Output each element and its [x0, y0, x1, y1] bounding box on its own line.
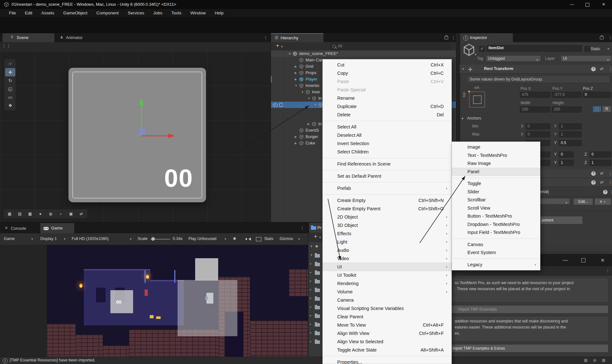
scene-viewport[interactable]: 00 ☞✛↻◱▭❖ ▦▤▩●◍⌕▣⇄: [0, 51, 271, 222]
menu-item-button-textmeshpro[interactable]: Button - TextMeshPro: [452, 212, 540, 221]
cubes-icon[interactable]: ▣: [66, 210, 76, 217]
presets-icon[interactable]: ⇄: [600, 171, 603, 175]
anchors-foldout-icon[interactable]: ▼: [461, 117, 464, 120]
debug-icon[interactable]: ✱: [233, 236, 236, 241]
menu-item-2d-object[interactable]: 2D Object›: [323, 213, 451, 221]
foldout-closed-icon[interactable]: ▸: [310, 279, 312, 283]
presets-icon[interactable]: ⇄: [600, 180, 603, 184]
anchor-preset-widget[interactable]: [469, 91, 485, 107]
hierarchy-search-input[interactable]: All: [330, 43, 451, 50]
menu-item-image[interactable]: Image: [452, 143, 540, 151]
menu-item-create-empty-parent[interactable]: Create Empty ParentCtrl+Shift+G: [323, 205, 451, 213]
foldout-open-icon[interactable]: ▼: [310, 253, 313, 257]
menu-item-input-field-textmeshpro[interactable]: Input Field - TextMeshPro: [452, 228, 540, 237]
foldout-open-icon[interactable]: ▼: [307, 95, 310, 102]
static-checkbox[interactable]: [584, 46, 590, 52]
foldout-closed-icon[interactable]: ▶: [295, 63, 297, 70]
rotation-y-field[interactable]: 0: [559, 151, 574, 158]
tab-animator[interactable]: ⋔ Animator: [58, 33, 99, 42]
gizmos-dropdown[interactable]: Gizmos: [280, 236, 293, 241]
menubar-jobs[interactable]: Jobs: [149, 9, 167, 17]
transform-tool[interactable]: ❖: [5, 101, 15, 110]
menu-item-rendering[interactable]: Rendering›: [323, 279, 451, 288]
tab-project[interactable]: Pr: [309, 223, 324, 233]
menu-item-event-system[interactable]: Event System: [452, 249, 540, 257]
hand-tool[interactable]: ☞: [5, 60, 15, 68]
menubar-component[interactable]: Component: [92, 9, 123, 17]
name-field[interactable]: ItemSlot: [487, 45, 582, 52]
move-tool[interactable]: ✛: [5, 68, 15, 76]
drag-handle-icon[interactable]: ⋮⋮: [2, 43, 11, 48]
help-icon[interactable]: ?: [591, 180, 596, 185]
menubar-file[interactable]: File: [4, 9, 20, 17]
foldout-open-icon[interactable]: ▼: [310, 245, 313, 248]
scene-panel-menu-icon[interactable]: ⋮: [264, 35, 268, 40]
blueprint-mode-button[interactable]: ⬚: [592, 106, 601, 112]
status-tray-icon[interactable]: [584, 359, 587, 362]
menu-item-text-textmeshpro[interactable]: Text - TextMeshPro: [452, 151, 540, 160]
menu-item-raw-image[interactable]: Raw Image: [452, 159, 540, 168]
tab-inspector[interactable]: i Inspector: [460, 33, 513, 42]
rotate-tool[interactable]: ↻: [5, 76, 15, 85]
menu-item-duplicate[interactable]: DuplicateCtrl+D: [323, 102, 451, 111]
menu-item-deselect-all[interactable]: Deselect All: [323, 131, 451, 139]
close-button[interactable]: ✕: [595, 0, 612, 9]
menu-item-align-with-view[interactable]: Align With ViewCtrl+Shift+F: [323, 329, 451, 337]
hierarchy-panel-menu-icon[interactable]: ⋮: [451, 35, 456, 40]
menu-item-ui-toolkit[interactable]: UI Toolkit›: [323, 271, 451, 279]
menu-item-audio[interactable]: Audio›: [323, 246, 451, 254]
component-menu-icon[interactable]: ⋮: [608, 171, 612, 176]
menu-item-set-as-default-parent[interactable]: Set as Default Parent: [323, 172, 451, 180]
foldout-closed-icon[interactable]: ▶: [307, 121, 310, 127]
create-object-button[interactable]: +: [276, 43, 279, 49]
status-tray-icon[interactable]: [593, 359, 596, 362]
rotation-z-field[interactable]: 0: [590, 151, 611, 158]
menu-item-legacy[interactable]: Legacy›: [452, 261, 540, 269]
game-target-dropdown[interactable]: Game: [4, 236, 15, 241]
foldout-closed-icon[interactable]: ▸: [310, 322, 312, 326]
foldout-closed-icon[interactable]: ▸: [310, 331, 312, 334]
menu-item-delete[interactable]: DeleteDel: [323, 111, 451, 119]
tab-console[interactable]: ≡ Console: [2, 223, 34, 234]
foldout-closed-icon[interactable]: ▸: [310, 288, 312, 291]
dialog-maximize-icon[interactable]: [581, 258, 585, 262]
display-dropdown[interactable]: Display 1: [40, 236, 57, 241]
component-menu-icon[interactable]: ⋮: [608, 66, 612, 71]
foldout-closed-icon[interactable]: ▶: [295, 70, 297, 76]
menu-item-move-to-view[interactable]: Move To ViewCtrl+Alt+F: [323, 321, 451, 329]
inspector-panel-menu-icon[interactable]: ⋮: [608, 35, 612, 40]
menu-item-dropdown-textmeshpro[interactable]: Dropdown - TextMeshPro: [452, 221, 540, 229]
hierarchy-row-demo-scene-free[interactable]: ▼demo_scene_FREE*: [271, 50, 456, 57]
pick-icon[interactable]: [279, 103, 283, 107]
scale-tool[interactable]: ◱: [5, 85, 15, 93]
import-tmp-essentials-button[interactable]: Import TMP Essentials: [451, 305, 608, 314]
menu-item-align-view-to-selected[interactable]: Align View to Selected: [323, 337, 451, 346]
menu-item-panel[interactable]: Panel: [452, 168, 540, 176]
menu-item-clear-parent[interactable]: Clear Parent: [323, 313, 451, 321]
minimize-button[interactable]: —: [565, 0, 579, 9]
zoom-icon[interactable]: ⌕: [56, 210, 66, 217]
presets-icon[interactable]: ⇄: [600, 66, 603, 71]
foldout-open-icon[interactable]: ▼: [288, 50, 291, 57]
static-caret-icon[interactable]: ▼: [607, 47, 610, 50]
edit-material-button[interactable]: Edit...: [573, 198, 593, 205]
dialog-menu-icon[interactable]: ⋮: [606, 268, 610, 273]
add-component-button-fragment[interactable]: ponent: [540, 216, 583, 224]
menu-item-camera[interactable]: Camera: [323, 296, 451, 304]
menu-item-invert-selection[interactable]: Invert Selection: [323, 139, 451, 148]
menu-item-3d-object[interactable]: 3D Object›: [323, 221, 451, 229]
menu-item-canvas[interactable]: Canvas: [452, 241, 540, 249]
raw-edit-button[interactable]: R: [602, 106, 611, 112]
sphere-icon[interactable]: ●: [36, 210, 45, 217]
foldout-closed-icon[interactable]: ▸: [310, 314, 312, 317]
menubar-window[interactable]: Window: [186, 9, 210, 17]
foldout-closed-icon[interactable]: ▸: [310, 262, 312, 265]
menu-item-light[interactable]: Light›: [323, 238, 451, 246]
help-icon[interactable]: ?: [603, 190, 608, 194]
help-icon[interactable]: ?: [591, 171, 596, 176]
menu-item-select-all[interactable]: Select All: [323, 123, 451, 131]
menu-item-volume[interactable]: Volume›: [323, 288, 451, 296]
project-create-button[interactable]: +: [314, 234, 317, 239]
anchor-max-x[interactable]: 0: [526, 131, 550, 137]
layout-grid-icon[interactable]: ▤: [15, 210, 25, 217]
